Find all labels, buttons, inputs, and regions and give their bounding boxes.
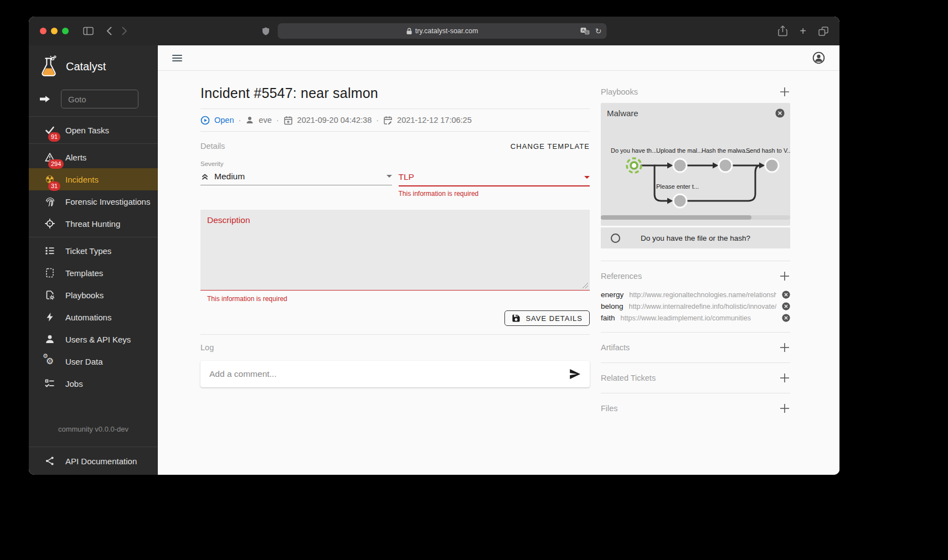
reference-name: belong [601, 302, 624, 310]
privacy-shield-icon[interactable] [262, 26, 270, 36]
remove-playbook-icon[interactable] [775, 108, 785, 118]
address-bar[interactable]: try.catalyst-soar.com A x ↻ [278, 23, 607, 39]
tab-overview-icon[interactable] [818, 27, 828, 36]
resize-handle-icon[interactable] [582, 282, 589, 289]
sidebar-toggle-icon[interactable] [83, 27, 94, 35]
severity-select[interactable]: Severity Medium [200, 160, 392, 198]
sidebar-item-alerts[interactable]: 294 Alerts [29, 146, 158, 168]
desktop-background: try.catalyst-soar.com A x ↻ [0, 0, 948, 560]
bulleted-list-icon [43, 244, 56, 257]
tlp-error-text: This information is required [399, 190, 590, 198]
share-nodes-icon [43, 454, 56, 468]
svg-text:Upload the mal...: Upload the mal... [656, 147, 702, 154]
lock-icon [406, 28, 413, 35]
translate-icon[interactable]: A x [580, 27, 590, 35]
user-avatar[interactable] [812, 51, 825, 64]
checklist-icon [43, 377, 56, 390]
sidebar-item-forensic-investigations[interactable]: Forensic Investigations [29, 190, 158, 212]
owner-name: eve [259, 116, 271, 125]
save-details-button[interactable]: SAVE DETAILS [504, 310, 590, 326]
send-icon[interactable] [569, 369, 581, 380]
svg-text:Send hash to V...: Send hash to V... [746, 147, 790, 154]
sidebar-item-templates[interactable]: Templates [29, 262, 158, 284]
status-label[interactable]: Open [214, 116, 234, 125]
sidebar-item-api-documentation[interactable]: API Documentation [29, 447, 158, 475]
divider [200, 334, 590, 335]
add-file-icon[interactable] [779, 403, 790, 414]
floppy-disk-icon [512, 314, 521, 323]
goto-input[interactable] [61, 90, 138, 108]
add-reference-icon[interactable] [779, 271, 790, 282]
sidebar-item-open-tasks[interactable]: 91 Open Tasks [29, 119, 158, 141]
browser-titlebar: try.catalyst-soar.com A x ↻ [29, 17, 839, 45]
menu-icon[interactable] [172, 53, 182, 63]
playbook-node[interactable] [719, 159, 732, 172]
minimize-window-button[interactable] [51, 28, 58, 34]
add-playbook-icon[interactable] [779, 86, 790, 97]
close-window-button[interactable] [40, 28, 47, 34]
playbook-node-start[interactable] [627, 158, 641, 173]
references-section-label: References [601, 272, 642, 281]
share-icon[interactable] [778, 25, 787, 37]
artifacts-section-label: Artifacts [601, 343, 630, 352]
remove-reference-icon[interactable] [782, 302, 790, 310]
back-button-icon[interactable] [106, 26, 112, 36]
playbook-node[interactable] [673, 159, 687, 172]
sidebar-item-playbooks[interactable]: Playbooks [29, 284, 158, 306]
browser-window: try.catalyst-soar.com A x ↻ [29, 17, 839, 475]
description-textarea[interactable]: Description [200, 210, 590, 291]
playbook-card: Malware Do you have th... Upload the mal… [601, 103, 790, 226]
zoom-window-button[interactable] [62, 28, 69, 34]
forward-button-icon[interactable] [121, 26, 128, 36]
dashed-file-icon [43, 266, 56, 279]
sidebar-item-users-api-keys[interactable]: Users & API Keys [29, 328, 158, 350]
file-gear-icon [43, 288, 56, 302]
change-template-button[interactable]: CHANGE TEMPLATE [511, 142, 590, 151]
svg-text:Hash the malwa...: Hash the malwa... [702, 147, 750, 154]
lightning-bolt-icon [43, 310, 56, 324]
modified-timestamp: 2021-12-12 17:06:25 [397, 116, 472, 125]
playbook-scrollbar-thumb[interactable] [601, 215, 751, 220]
double-chevron-up-icon [200, 172, 209, 181]
reference-link[interactable]: http://www.internalredefine.info/holisti… [629, 303, 776, 310]
playbook-node[interactable] [673, 194, 687, 208]
alerts-badge: 294 [48, 159, 64, 169]
fingerprint-icon [43, 195, 56, 208]
sidebar-item-automations[interactable]: Automations [29, 306, 158, 328]
severity-value: Medium [214, 172, 382, 182]
url-text: try.catalyst-soar.com [415, 27, 478, 35]
remove-reference-icon[interactable] [782, 291, 790, 299]
add-related-ticket-icon[interactable] [779, 372, 790, 383]
severity-label: Severity [200, 160, 392, 167]
incidents-badge: 31 [48, 182, 60, 191]
related-tickets-section-label: Related Tickets [601, 374, 656, 382]
sidebar-item-user-data[interactable]: ⚙ ⚙ User Data [29, 350, 158, 372]
goto-arrow-icon [29, 95, 61, 103]
sidebar-item-jobs[interactable]: Jobs [29, 372, 158, 395]
playbooks-section-label: Playbooks [601, 87, 638, 96]
comment-input[interactable] [209, 369, 563, 379]
description-placeholder: Description [207, 215, 250, 225]
gears-icon: ⚙ ⚙ [43, 355, 56, 368]
calendar-plus-icon [284, 116, 293, 125]
playbook-node[interactable] [765, 159, 779, 172]
page-title: Incident #5547: near salmon [200, 85, 590, 101]
add-artifact-icon[interactable] [779, 342, 790, 353]
tlp-select[interactable]: TLP This information is required [399, 160, 590, 198]
reload-icon[interactable]: ↻ [595, 27, 602, 35]
remove-reference-icon[interactable] [782, 314, 790, 322]
created-timestamp: 2021-09-20 04:42:38 [297, 116, 372, 125]
reference-link[interactable]: https://www.leadimplement.io/communities [621, 314, 776, 322]
divider [601, 393, 790, 393]
new-tab-icon[interactable]: + [800, 25, 806, 37]
playbook-task-row: Do you have the file or the hash? [601, 227, 790, 248]
playbook-graph: Do you have th... Upload the mal... Hash… [601, 118, 790, 212]
app-title: Catalyst [66, 60, 106, 73]
reference-link[interactable]: http://www.regionaltechnologies.name/rel… [629, 291, 776, 299]
catalyst-flask-logo [39, 55, 59, 78]
task-radio-button[interactable] [611, 234, 620, 243]
sidebar-item-threat-hunting[interactable]: Threat Hunting [29, 212, 158, 235]
sidebar-item-ticket-types[interactable]: Ticket Types [29, 240, 158, 262]
warning-triangle-icon: 294 [43, 151, 56, 164]
sidebar-item-incidents[interactable]: ☢ 31 Incidents [29, 168, 158, 190]
